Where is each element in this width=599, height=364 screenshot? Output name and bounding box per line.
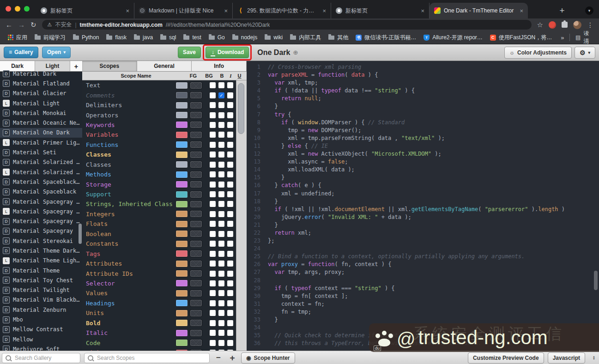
- bg-color-swatch[interactable]: [190, 200, 202, 208]
- underline-checkbox[interactable]: [227, 350, 233, 351]
- italic-checkbox[interactable]: [218, 201, 224, 207]
- underline-checkbox[interactable]: [227, 241, 233, 247]
- fg-color-swatch[interactable]: [175, 250, 188, 257]
- theme-list-item[interactable]: DMaterial Spacegray …: [0, 197, 82, 206]
- tab-general[interactable]: General: [137, 61, 192, 71]
- tab-close-icon[interactable]: ×: [519, 7, 524, 14]
- theme-list-item[interactable]: LMaterial Spacegray …: [0, 206, 82, 216]
- theme-list-item[interactable]: DMaterial Monokai: [0, 108, 82, 118]
- bold-checkbox[interactable]: [210, 271, 216, 277]
- scope-row[interactable]: Tags: [82, 249, 236, 258]
- scope-row[interactable]: Text: [82, 80, 236, 90]
- bold-checkbox[interactable]: [210, 290, 216, 296]
- bg-color-swatch[interactable]: [190, 141, 202, 148]
- italic-checkbox[interactable]: [218, 280, 224, 286]
- scope-row[interactable]: Constants: [82, 239, 236, 249]
- italic-checkbox[interactable]: [218, 102, 224, 108]
- settings-button[interactable]: ⚙ ▾: [575, 47, 595, 59]
- search-gallery-field[interactable]: [2, 353, 80, 363]
- bold-checkbox[interactable]: [210, 241, 216, 247]
- bold-checkbox[interactable]: [210, 171, 216, 177]
- theme-list-item[interactable]: DMaterial Theme: [0, 266, 82, 275]
- bold-checkbox[interactable]: [210, 122, 216, 128]
- bg-color-swatch[interactable]: [190, 82, 202, 89]
- underline-checkbox[interactable]: [227, 280, 233, 286]
- back-icon[interactable]: ←: [6, 21, 12, 28]
- fg-color-swatch[interactable]: [175, 181, 188, 188]
- scope-row[interactable]: Delimiters: [82, 100, 236, 110]
- scope-row[interactable]: Comments✓: [82, 90, 236, 100]
- scope-row[interactable]: Support: [82, 189, 236, 199]
- bold-checkbox[interactable]: [210, 152, 216, 158]
- bookmark-item[interactable]: wiki: [261, 33, 286, 42]
- italic-checkbox[interactable]: [218, 320, 224, 326]
- bookmark-item[interactable]: flask: [103, 33, 130, 42]
- gallery-button[interactable]: ≡ Gallery: [4, 47, 38, 58]
- theme-list-item[interactable]: DMaterial Stereokai: [0, 236, 82, 246]
- italic-checkbox[interactable]: [218, 330, 224, 336]
- url-field[interactable]: ⚠ 不安全 | tmtheme-editor.herokuapp.com/#!/…: [42, 20, 532, 30]
- bg-color-swatch[interactable]: [190, 220, 202, 228]
- bold-checkbox[interactable]: [210, 340, 216, 346]
- theme-list-item[interactable]: DMaterial Toy Chest: [0, 275, 82, 285]
- bold-checkbox[interactable]: [210, 211, 216, 217]
- tab-info[interactable]: Info: [192, 61, 247, 71]
- language-select[interactable]: Javascript: [548, 352, 585, 364]
- underline-checkbox[interactable]: [227, 261, 233, 267]
- tab-close-icon[interactable]: ×: [420, 7, 425, 14]
- font-increase-button[interactable]: +: [227, 353, 237, 363]
- fg-color-swatch[interactable]: [175, 319, 188, 327]
- bookmark-item[interactable]: nodejs: [229, 33, 260, 42]
- fg-color-swatch[interactable]: [175, 111, 188, 119]
- browser-tab[interactable]: Markdown | 让排版变 Nice×: [134, 3, 233, 18]
- underline-checkbox[interactable]: [227, 182, 233, 188]
- bold-checkbox[interactable]: [210, 82, 216, 88]
- browser-menu-icon[interactable]: ⋮: [587, 21, 593, 29]
- italic-checkbox[interactable]: [218, 162, 224, 168]
- scope-row[interactable]: Units: [82, 308, 236, 318]
- bookmark-item[interactable]: C使用FastJSON，将…: [487, 32, 555, 43]
- underline-checkbox[interactable]: [227, 211, 233, 217]
- color-adjustments-button[interactable]: ☼ Color Adjustments: [504, 47, 572, 59]
- bold-checkbox[interactable]: [210, 231, 216, 237]
- bg-color-swatch[interactable]: [190, 161, 202, 168]
- scope-row[interactable]: Code: [82, 338, 236, 347]
- scope-row[interactable]: Classes: [82, 150, 236, 159]
- theme-list-item[interactable]: DMaterial Spaceblack…: [0, 177, 82, 187]
- scope-row[interactable]: Integers: [82, 209, 236, 219]
- tab-close-icon[interactable]: ×: [321, 7, 327, 14]
- bookmark-item[interactable]: Go: [206, 33, 228, 42]
- select-spinner-icon[interactable]: ▲▼: [593, 356, 595, 360]
- bg-color-swatch[interactable]: [190, 131, 202, 139]
- theme-list-item[interactable]: DMaterial Oceanic Ne…: [0, 118, 82, 127]
- fg-color-swatch[interactable]: [175, 191, 188, 198]
- underline-checkbox[interactable]: [227, 122, 233, 128]
- bg-color-swatch[interactable]: [190, 279, 202, 287]
- scope-row[interactable]: Functions: [82, 140, 236, 150]
- theme-list-item[interactable]: DMaterial Glacier: [0, 89, 82, 98]
- scope-row[interactable]: Variables: [82, 130, 236, 140]
- italic-checkbox[interactable]: [218, 142, 224, 148]
- bg-color-swatch[interactable]: [190, 210, 202, 218]
- scope-row[interactable]: Classes: [82, 160, 236, 170]
- scope-row[interactable]: Operators: [82, 110, 236, 120]
- browser-tab[interactable]: 新标签页×: [36, 3, 134, 18]
- underline-checkbox[interactable]: [227, 92, 233, 98]
- italic-checkbox[interactable]: [218, 112, 224, 118]
- theme-list-item[interactable]: DMaterial Spaceblack: [0, 187, 82, 197]
- italic-checkbox[interactable]: [218, 310, 224, 316]
- theme-list-item[interactable]: LMaterial Solarized …: [0, 167, 82, 177]
- bookmark-item[interactable]: 前端学习: [31, 32, 69, 43]
- underline-checkbox[interactable]: [227, 340, 233, 346]
- forward-icon[interactable]: →: [18, 21, 25, 28]
- bookmark-item[interactable]: 其他: [325, 32, 351, 43]
- scope-row[interactable]: Storage: [82, 179, 236, 189]
- theme-list-item[interactable]: DMellow: [0, 334, 82, 344]
- underline-checkbox[interactable]: [227, 132, 233, 138]
- scope-row[interactable]: Values: [82, 288, 236, 298]
- search-scopes-input[interactable]: [96, 354, 206, 362]
- underline-checkbox[interactable]: [227, 102, 233, 108]
- theme-list-item[interactable]: DMaterial Theme Dark…: [0, 246, 82, 255]
- italic-checkbox[interactable]: [218, 231, 224, 237]
- bold-checkbox[interactable]: [210, 350, 216, 351]
